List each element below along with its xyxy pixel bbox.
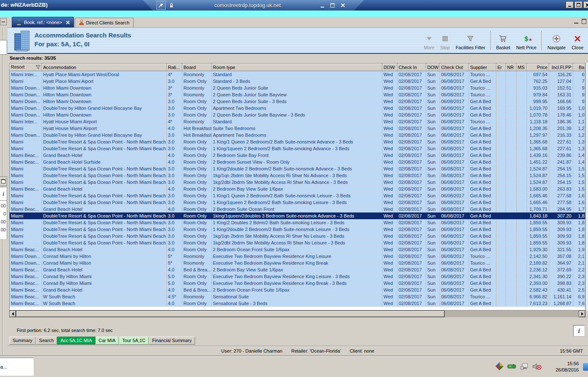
cell-base: 1,8 xyxy=(573,233,585,239)
table-row[interactable]: Miami Beac...Grand Beach Hotel4.0Room On… xyxy=(10,152,585,159)
column-header-dow-in[interactable]: DOW xyxy=(382,64,397,71)
table-row[interactable]: Miami Down...DoubleTree by Hilton Grand … xyxy=(10,105,585,112)
table-row[interactable]: MiamiHyatt Place Miami Aiport3.0Room Onl… xyxy=(10,78,585,85)
column-header-room-type[interactable]: Room type xyxy=(211,64,382,71)
column-header-resort[interactable]: Resort xyxy=(10,64,42,71)
table-row[interactable]: MiamiDoubleTree Resort & Spa Ocean Point… xyxy=(10,179,585,186)
column-header-check-in[interactable]: Check In xyxy=(397,64,426,71)
more-button[interactable]: More xyxy=(421,30,438,51)
table-row[interactable]: MiamiDoubleTree Resort & Spa Ocean Point… xyxy=(10,199,585,206)
table-row[interactable]: Miami Down...Hilton Miami Downtown3*Room… xyxy=(10,85,585,91)
table-row[interactable]: MiamiDoubleTree Resort & Spa Ocean Point… xyxy=(10,219,585,226)
cell-board: Room Only xyxy=(182,165,211,172)
tab-summary[interactable]: Summary xyxy=(9,337,36,345)
column-header-rating[interactable]: Rati... xyxy=(166,64,182,71)
column-header-supplier[interactable]: Supplier xyxy=(469,64,496,71)
mdi-window-controls xyxy=(574,19,586,24)
table-row[interactable]: MiamiDoubleTree Resort & Spa Ocean Point… xyxy=(10,239,585,246)
table-row[interactable]: Miami Down...Hilton Miami Downtown3.0Roo… xyxy=(10,98,585,105)
navigate-button[interactable]: Navigate xyxy=(544,30,568,51)
table-row[interactable]: MiamiDoubleTree Resort & Spa Ocean Point… xyxy=(10,233,585,239)
column-header-check-out[interactable]: Check Out xyxy=(440,64,469,71)
taskbar-app-button[interactable]: ea... xyxy=(0,358,34,376)
table-row[interactable]: Miami Inter...Hyatt Place Miami Airport … xyxy=(10,71,585,78)
minimize-button[interactable] xyxy=(566,1,574,8)
taskbar-clock[interactable]: 15:56 26/08/2016 xyxy=(548,361,579,373)
table-row[interactable]: MiamiDoubleTree Resort & Spa Ocean Point… xyxy=(10,172,585,179)
table-row[interactable]: Miami Beac...W South Beach4.5*RoomonlySe… xyxy=(10,293,585,300)
graphics-card-icon[interactable] xyxy=(507,364,517,370)
cell-board: Roomonly xyxy=(182,71,211,78)
column-header-er[interactable]: Er xyxy=(496,64,506,71)
tab-tour[interactable]: Tour 5A,1C xyxy=(119,337,149,345)
column-header-dow-out[interactable]: DOW xyxy=(426,64,440,71)
table-row[interactable]: Miami Down...Conrad Miami by Hilton5*Roo… xyxy=(10,260,585,266)
restore-button[interactable] xyxy=(575,1,583,8)
info-button[interactable]: i xyxy=(573,325,585,336)
taskbar-app-label: ea... xyxy=(0,364,7,369)
scrollbar-track[interactable] xyxy=(445,311,579,317)
table-row[interactable]: MiamiDoubleTree Resort & Spa Ocean Point… xyxy=(10,138,585,145)
cell-check-in: 02/08/2017 xyxy=(397,266,426,273)
table-row[interactable]: Miami Beac...Conrad By Hilton Miami5.0Ro… xyxy=(10,273,585,280)
table-row[interactable]: MiamiDoubleTree Resort & Spa Ocean Point… xyxy=(10,192,585,199)
mdi-restore-icon[interactable] xyxy=(582,19,586,24)
tab-acc-mia[interactable]: Acc 5A,1C MIA xyxy=(57,337,95,345)
table-row[interactable]: MiamiDoubleTree Resort & Spa Ocean Point… xyxy=(10,165,585,172)
scroll-left-button[interactable] xyxy=(9,311,16,317)
rdp-restore-button[interactable] xyxy=(330,3,335,8)
table-row[interactable]: Miami Beac...W South Beach4.0Room OnlySe… xyxy=(10,300,585,307)
tab-close-icon[interactable] xyxy=(66,21,70,24)
scroll-right-button[interactable] xyxy=(579,311,585,317)
table-row[interactable]: MiamiDoubleTree Resort & Spa Ocean Point… xyxy=(10,226,585,233)
table-row[interactable]: Miami Inter...Hyatt House Miami Airport4… xyxy=(10,118,585,125)
nett-price-button[interactable]: $* Nett Price xyxy=(513,30,539,51)
facilities-filter-button[interactable]: Facilities Filter xyxy=(453,30,488,51)
show-desktop-icon[interactable] xyxy=(583,363,588,371)
table-row[interactable]: MiamiDoubleTree Resort & Spa Ocean Point… xyxy=(10,145,585,152)
rdp-close-button[interactable] xyxy=(340,3,345,8)
rdp-minimize-button[interactable] xyxy=(319,3,325,8)
table-row[interactable]: Miami Beac...Grand Beach Hotel4.0Room On… xyxy=(10,186,585,192)
close-button[interactable] xyxy=(583,1,588,8)
close-view-button[interactable]: Close xyxy=(569,30,586,51)
table-row[interactable]: Miami Beac...Grand Beach Hotel4.0Room On… xyxy=(10,206,585,212)
tab-car-mia[interactable]: Car MIA xyxy=(95,337,119,345)
table-row[interactable]: Miami Down...DoubleTree by Hilton Grand … xyxy=(10,132,585,138)
column-header-nr[interactable]: NR xyxy=(506,64,516,71)
table-row[interactable]: Miami Beac...Grand Beach Hotel Surfside4… xyxy=(10,159,585,165)
column-header-incl-fl-pp[interactable]: Incl.Fl.PP xyxy=(549,64,573,71)
network-icon[interactable] xyxy=(520,363,529,371)
pin-icon[interactable] xyxy=(156,1,166,10)
table-row[interactable]: Miami Beac...Grand Beach Hotel4.0Bed & B… xyxy=(10,266,585,273)
cell-nr xyxy=(506,273,516,280)
tab-booking-ref[interactable]: Book. ref.: <none> xyxy=(12,17,74,27)
tab-search[interactable]: Search xyxy=(36,337,57,345)
table-row[interactable]: Miami Beac...Conrad By Hilton Miami5.0Ro… xyxy=(10,280,585,287)
table-row[interactable]: Miami Beac...Grand Beach Hotel4.0Room On… xyxy=(10,246,585,253)
table-row[interactable]: Miami Down...Hilton Miami Downtown3*Room… xyxy=(10,91,585,98)
table-row[interactable]: Miami Down...Conrad Miami by Hilton5*Roo… xyxy=(10,253,585,260)
stop-button[interactable]: Stop xyxy=(438,30,453,51)
antivirus-icon[interactable] xyxy=(496,362,504,371)
tab-direct-clients-search[interactable]: Direct Clients Search xyxy=(75,18,134,27)
cell-accommodation: DoubleTree Resort & Spa Ocean Point - No… xyxy=(42,165,166,172)
cell-check-out: 06/08/2017 xyxy=(440,273,469,280)
basket-button[interactable]: Basket xyxy=(493,30,514,51)
column-header-price[interactable]: Price xyxy=(527,64,549,71)
table-row[interactable]: Miami Down...Hilton Miami Downtown3.0Roo… xyxy=(10,112,585,118)
table-row[interactable]: MiamiDoubleTree Resort & Spa Ocean Point… xyxy=(10,212,585,219)
horizontal-scrollbar[interactable] xyxy=(9,311,585,317)
scrollbar-thumb[interactable] xyxy=(16,311,445,317)
volume-muted-icon[interactable] xyxy=(533,363,542,371)
table-row[interactable]: MiamiHyatt House Miami Airport4.0Hot Bre… xyxy=(10,125,585,132)
column-header-board[interactable]: Board xyxy=(182,64,211,71)
tab-financial-summary[interactable]: Financial Summary xyxy=(149,337,195,345)
column-header-accommodation[interactable]: Accommodation xyxy=(42,64,166,71)
filter-icon[interactable] xyxy=(36,65,40,70)
table-row[interactable]: Miami Beac...Grand Beach Hotel4.0Bed & B… xyxy=(10,287,585,293)
column-header-ms[interactable]: MS xyxy=(516,64,527,71)
mdi-minimize-icon[interactable] xyxy=(574,23,578,24)
session-info: User: 270 - Danielle Charman Retailer: '… xyxy=(8,348,588,353)
column-header-base[interactable]: Ba xyxy=(573,64,585,71)
